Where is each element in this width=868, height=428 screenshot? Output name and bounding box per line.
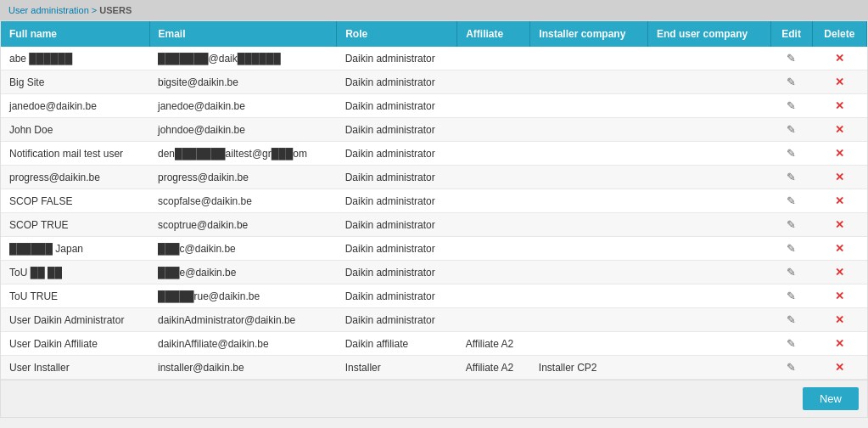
cell-delete[interactable]: ✕ — [812, 142, 866, 166]
cell-edit[interactable]: ✎ — [770, 70, 812, 94]
cell-installer_company — [530, 308, 648, 332]
cell-end_user_company — [647, 142, 770, 166]
cell-delete[interactable]: ✕ — [812, 213, 866, 237]
cell-fullname: User Daikin Administrator — [1, 308, 149, 332]
cell-end_user_company — [647, 237, 770, 261]
cell-edit[interactable]: ✎ — [770, 166, 812, 189]
cell-email: daikinAdministrator@daikin.be — [149, 308, 337, 332]
edit-icon[interactable]: ✎ — [787, 313, 796, 326]
cell-edit[interactable]: ✎ — [770, 308, 812, 332]
cell-affiliate — [457, 47, 530, 70]
cell-role: Daikin administrator — [337, 118, 457, 142]
cell-delete[interactable]: ✕ — [812, 118, 866, 142]
cell-edit[interactable]: ✎ — [770, 237, 812, 261]
cell-edit[interactable]: ✎ — [770, 189, 812, 213]
delete-icon[interactable]: ✕ — [835, 337, 844, 350]
cell-edit[interactable]: ✎ — [770, 332, 812, 356]
cell-installer_company: Installer CP2 — [530, 356, 648, 380]
delete-icon[interactable]: ✕ — [835, 194, 844, 207]
cell-fullname: janedoe@daikin.be — [1, 94, 149, 118]
cell-delete[interactable]: ✕ — [812, 166, 866, 189]
cell-installer_company — [530, 94, 648, 118]
edit-icon[interactable]: ✎ — [787, 99, 796, 112]
cell-edit[interactable]: ✎ — [770, 47, 812, 70]
cell-edit[interactable]: ✎ — [770, 261, 812, 284]
cell-role: Daikin administrator — [337, 94, 457, 118]
col-header-email: Email — [149, 21, 337, 47]
delete-icon[interactable]: ✕ — [835, 147, 844, 160]
cell-delete[interactable]: ✕ — [812, 284, 866, 308]
cell-installer_company — [530, 47, 648, 70]
edit-icon[interactable]: ✎ — [787, 171, 796, 183]
edit-icon[interactable]: ✎ — [787, 52, 796, 65]
cell-end_user_company — [647, 189, 770, 213]
cell-delete[interactable]: ✕ — [812, 261, 866, 284]
cell-fullname: ██████ Japan — [1, 237, 149, 261]
cell-email: den███████ailtest@gr███om — [149, 142, 337, 166]
cell-role: Daikin administrator — [337, 70, 457, 94]
delete-icon[interactable]: ✕ — [835, 218, 844, 231]
table-row: SCOP FALSEscopfalse@daikin.beDaikin admi… — [1, 189, 867, 213]
cell-role: Daikin administrator — [337, 237, 457, 261]
delete-icon[interactable]: ✕ — [835, 123, 844, 136]
edit-icon[interactable]: ✎ — [787, 194, 796, 207]
table-container: Full name Email Role Affiliate Installer… — [1, 21, 867, 380]
cell-edit[interactable]: ✎ — [770, 142, 812, 166]
col-header-affiliate: Affiliate — [457, 21, 530, 47]
edit-icon[interactable]: ✎ — [787, 361, 796, 374]
cell-delete[interactable]: ✕ — [812, 356, 866, 380]
delete-icon[interactable]: ✕ — [835, 266, 844, 279]
cell-edit[interactable]: ✎ — [770, 284, 812, 308]
cell-delete[interactable]: ✕ — [812, 332, 866, 356]
cell-installer_company — [530, 237, 648, 261]
cell-role: Daikin administrator — [337, 213, 457, 237]
delete-icon[interactable]: ✕ — [835, 171, 844, 183]
delete-icon[interactable]: ✕ — [835, 76, 844, 88]
edit-icon[interactable]: ✎ — [787, 266, 796, 279]
delete-icon[interactable]: ✕ — [835, 313, 844, 326]
delete-icon[interactable]: ✕ — [835, 52, 844, 65]
cell-email: ███e@daikin.be — [149, 261, 337, 284]
cell-fullname: John Doe — [1, 118, 149, 142]
cell-edit[interactable]: ✎ — [770, 118, 812, 142]
cell-delete[interactable]: ✕ — [812, 70, 866, 94]
cell-delete[interactable]: ✕ — [812, 237, 866, 261]
edit-icon[interactable]: ✎ — [787, 337, 796, 350]
new-button[interactable]: New — [803, 387, 859, 410]
edit-icon[interactable]: ✎ — [787, 218, 796, 231]
cell-fullname: ToU TRUE — [1, 284, 149, 308]
table-row: ToU TRUE█████rue@daikin.beDaikin adminis… — [1, 284, 867, 308]
cell-delete[interactable]: ✕ — [812, 308, 866, 332]
cell-affiliate — [457, 142, 530, 166]
cell-fullname: Big Site — [1, 70, 149, 94]
cell-role: Installer — [337, 356, 457, 380]
cell-end_user_company — [647, 70, 770, 94]
table-row: Notification mail test userden███████ail… — [1, 142, 867, 166]
table-row: User Installerinstaller@daikin.beInstall… — [1, 356, 867, 380]
cell-email: janedoe@daikin.be — [149, 94, 337, 118]
cell-edit[interactable]: ✎ — [770, 94, 812, 118]
cell-delete[interactable]: ✕ — [812, 189, 866, 213]
cell-installer_company — [530, 284, 648, 308]
breadcrumb-parent[interactable]: User administration — [8, 5, 89, 15]
delete-icon[interactable]: ✕ — [835, 242, 844, 255]
cell-affiliate — [457, 213, 530, 237]
cell-email: scopfalse@daikin.be — [149, 189, 337, 213]
edit-icon[interactable]: ✎ — [787, 76, 796, 88]
cell-delete[interactable]: ✕ — [812, 47, 866, 70]
table-row: John Doejohndoe@daikin.beDaikin administ… — [1, 118, 867, 142]
cell-affiliate — [457, 261, 530, 284]
delete-icon[interactable]: ✕ — [835, 99, 844, 112]
cell-edit[interactable]: ✎ — [770, 213, 812, 237]
edit-icon[interactable]: ✎ — [787, 123, 796, 136]
cell-edit[interactable]: ✎ — [770, 356, 812, 380]
cell-affiliate — [457, 284, 530, 308]
table-row: SCOP TRUEscoptrue@daikin.beDaikin admini… — [1, 213, 867, 237]
cell-delete[interactable]: ✕ — [812, 94, 866, 118]
cell-affiliate — [457, 308, 530, 332]
edit-icon[interactable]: ✎ — [787, 290, 796, 302]
edit-icon[interactable]: ✎ — [787, 147, 796, 160]
delete-icon[interactable]: ✕ — [835, 361, 844, 374]
edit-icon[interactable]: ✎ — [787, 242, 796, 255]
delete-icon[interactable]: ✕ — [835, 290, 844, 302]
